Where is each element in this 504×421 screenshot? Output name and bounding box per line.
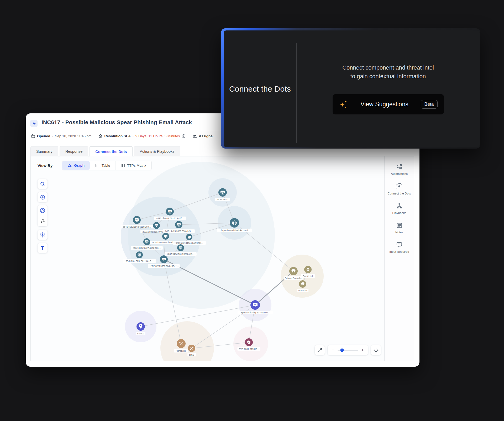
- sla-value: 9 Days, 11 Hours, 5 Minutes: [135, 134, 180, 138]
- tab-actions-playbooks[interactable]: Actions & Playbooks: [134, 146, 180, 156]
- scatter-icon: [40, 219, 45, 224]
- zoom-slider-track[interactable]: [338, 350, 358, 351]
- notes-icon: [396, 222, 403, 229]
- node-label: bb41:c1d2:556e:6150:250...: [123, 225, 151, 228]
- svg-text:IPv6: IPv6: [178, 224, 180, 225]
- node-label: 55c8:03cf:585f:5611:8eb5...: [126, 260, 153, 262]
- node-label: Edward Snowden: [285, 277, 302, 280]
- text-tool-button[interactable]: T: [38, 243, 48, 253]
- sidebar-item-connect-the-dots[interactable]: Connect the Dots: [386, 183, 412, 196]
- node-label: a325:db0b:6c36:c029:47f...: [156, 217, 183, 220]
- search-icon: [40, 181, 45, 187]
- connect-dots-icon: [396, 183, 403, 190]
- node-label: 58bf:af6e:d46a:dba6:16bf...: [176, 242, 203, 244]
- incident-meta-row: Opened • Sep 18, 2020 11:45 pm Resolutio…: [31, 134, 213, 138]
- search-button[interactable]: [38, 179, 48, 189]
- desktop-background: INC617 - Possible Malicious Spear Phishi…: [0, 0, 504, 421]
- cluster-icon: [40, 208, 45, 213]
- zoom-slider: − +: [328, 345, 368, 355]
- sidebar-item-playbooks[interactable]: Playbooks: [386, 203, 412, 215]
- viewby-row: View By Graph: [38, 161, 152, 170]
- playbooks-icon: [396, 203, 403, 209]
- node-label: 45.95.16.11: [217, 198, 229, 201]
- beta-badge: Beta: [421, 100, 438, 109]
- sidebar-item-label: Input Required: [389, 250, 409, 254]
- promo-description-line1: Connect component and threat intel: [342, 64, 434, 71]
- viewby-option-ttps-matrix[interactable]: TTPs Matrix: [115, 161, 151, 170]
- meta-divider: [189, 134, 189, 138]
- svg-text:IPv6: IPv6: [165, 235, 167, 237]
- svg-text:IPv6: IPv6: [162, 259, 165, 260]
- svg-text:IPv6: IPv6: [146, 241, 148, 242]
- sidebar-item-input-required[interactable]: Input Required: [386, 241, 412, 254]
- graph-node-france[interactable]: France: [136, 322, 145, 335]
- tab-connect-the-dots[interactable]: Connect the Dots: [90, 146, 133, 156]
- zoom-in-slider-button[interactable]: +: [361, 348, 364, 353]
- view-suggestions-button[interactable]: View Suggestions Beta: [333, 94, 444, 114]
- sidebar-item-label: Connect the Dots: [388, 192, 411, 196]
- zoom-in-button[interactable]: [38, 192, 48, 202]
- node-label: 2d7b:4a25:9380:330b:fd5...: [165, 230, 192, 233]
- cluster-circle: [160, 321, 214, 361]
- sidebar-item-automations[interactable]: Automations: [386, 164, 412, 176]
- view-suggestions-label: View Suggestions: [353, 101, 417, 108]
- tab-summary[interactable]: Summary: [30, 146, 58, 156]
- right-sidebar: Automations Connect the Dots: [384, 156, 414, 361]
- fullscreen-button[interactable]: [315, 345, 325, 355]
- recenter-button[interactable]: [371, 345, 381, 355]
- sparkles-icon: [339, 99, 348, 110]
- back-arrow-icon: [32, 121, 36, 125]
- text-tool-icon: T: [41, 245, 44, 251]
- svg-text:IPv6: IPv6: [169, 211, 171, 212]
- tab-bar: Summary Response Connect the Dots Action…: [30, 146, 180, 156]
- promo-right-section: Connect component and threat intel to ga…: [297, 30, 480, 147]
- back-button[interactable]: [30, 120, 38, 127]
- viewby-label: View By: [38, 163, 52, 168]
- cluster-layout-button[interactable]: [38, 205, 48, 216]
- relationship-graph: IPv4 45.95.16.11 https://store.fishstick…: [31, 156, 385, 361]
- assignee-meta: Assigne: [193, 134, 213, 138]
- viewby-table-label: Table: [102, 164, 110, 167]
- svg-text:IPv6: IPv6: [135, 219, 138, 221]
- graph-node-arxiv[interactable]: arXiv: [187, 345, 196, 356]
- svg-text:IPv6: IPv6: [180, 247, 182, 248]
- incident-window: INC617 - Possible Malicious Spear Phishi…: [26, 113, 419, 367]
- opened-meta: Opened • Sep 18, 2020 11:45 pm: [31, 134, 91, 138]
- sidebar-item-label: Notes: [395, 230, 403, 235]
- promo-card-inner: Connect the Dots Connect component and t…: [224, 30, 480, 147]
- info-icon[interactable]: [182, 134, 186, 138]
- graph-view-icon: [67, 164, 72, 167]
- sla-label: Resolution SLA: [104, 134, 131, 138]
- promo-title: Connect the Dots: [229, 85, 291, 93]
- connect-the-dots-promo-card: Connect the Dots Connect component and t…: [221, 28, 480, 149]
- viewby-option-table[interactable]: Table: [90, 161, 115, 170]
- node-label: France: [137, 332, 144, 335]
- crosshair-icon: [374, 348, 379, 353]
- svg-text:IPv4: IPv4: [221, 192, 224, 193]
- sidebar-item-notes[interactable]: Notes: [386, 222, 412, 235]
- promo-left-section: Connect the Dots: [224, 30, 296, 147]
- expand-icon: [317, 348, 322, 352]
- network-layout-button[interactable]: [38, 230, 48, 240]
- graph-toolbar: T: [38, 179, 48, 253]
- zoom-slider-knob[interactable]: [340, 349, 344, 352]
- page-title: INC617 - Possible Malicious Spear Phishi…: [41, 119, 192, 125]
- plus-circle-icon: [40, 194, 45, 200]
- viewby-option-graph[interactable]: Graph: [62, 161, 90, 170]
- node-label: 866e:312c:7427:4b62:581...: [133, 247, 161, 249]
- tab-response[interactable]: Response: [60, 146, 88, 156]
- node-label: Spear Phishing as Practice...: [241, 311, 269, 314]
- sidebar-item-label: Playbooks: [392, 211, 406, 215]
- node-label: Ocean bull: [303, 275, 313, 277]
- input-required-icon: [396, 241, 403, 248]
- people-icon: [193, 134, 197, 138]
- meta-bullet: •: [52, 134, 53, 138]
- scatter-layout-button[interactable]: [38, 216, 48, 226]
- sidebar-item-label: Automations: [391, 172, 408, 176]
- zoom-out-button[interactable]: −: [331, 348, 335, 353]
- viewby-segmented-control: Graph Table TTPs Mat: [62, 161, 152, 170]
- promo-description-line2: to gain contextual information: [350, 73, 426, 80]
- node-label: https://store.fishsticks.com/: [221, 229, 248, 232]
- assignee-label: Assigne: [199, 134, 213, 138]
- node-label: CVE-2001-819315...: [239, 348, 259, 350]
